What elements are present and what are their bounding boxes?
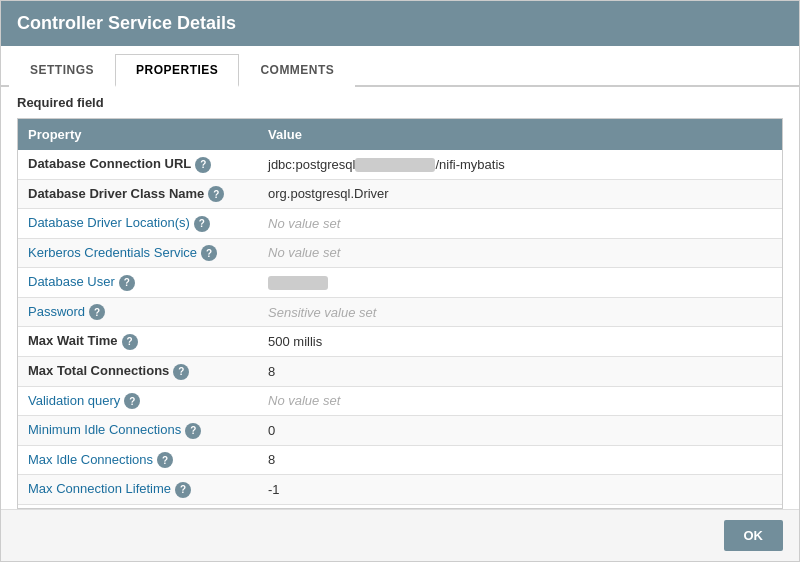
property-name: Database Connection URL xyxy=(28,156,191,171)
no-value-text: No value set xyxy=(268,245,340,260)
property-value-cell[interactable]: 8 xyxy=(258,356,782,386)
property-name-cell: Max Idle Connections? xyxy=(18,445,258,475)
table-row: Password?Sensitive value set xyxy=(18,297,782,327)
table-row: Max Wait Time?500 millis xyxy=(18,327,782,357)
property-name-cell: Validation query? xyxy=(18,386,258,416)
ok-button[interactable]: OK xyxy=(724,520,784,551)
property-value-cell[interactable] xyxy=(258,268,782,298)
property-name-cell: Database User? xyxy=(18,268,258,298)
property-name: Kerberos Credentials Service xyxy=(28,245,197,260)
property-name: Password xyxy=(28,304,85,319)
dialog-header: Controller Service Details xyxy=(1,1,799,46)
value-text: 8 xyxy=(268,452,275,467)
help-icon[interactable]: ? xyxy=(173,364,189,380)
sensitive-value-text: Sensitive value set xyxy=(268,305,376,320)
tabs-container: SETTINGS PROPERTIES COMMENTS xyxy=(1,54,799,87)
property-value-cell[interactable]: No value set xyxy=(258,209,782,239)
table-header-row: Property Value xyxy=(18,119,782,150)
no-value-text: No value set xyxy=(268,216,340,231)
blurred-url xyxy=(355,158,435,172)
value-text: 8 xyxy=(268,364,275,379)
property-value-cell[interactable]: 8 xyxy=(258,445,782,475)
table-row: Kerberos Credentials Service?No value se… xyxy=(18,238,782,268)
property-value-cell[interactable]: jdbc:postgresql /nifi-mybatis xyxy=(258,150,782,179)
property-name-cell: Minimum Idle Connections? xyxy=(18,416,258,446)
property-name: Max Wait Time xyxy=(28,333,118,348)
property-name-cell: Kerberos Credentials Service? xyxy=(18,238,258,268)
column-header-property: Property xyxy=(18,119,258,150)
property-name-cell: Max Connection Lifetime? xyxy=(18,475,258,505)
table-row: Database User? xyxy=(18,268,782,298)
help-icon[interactable]: ? xyxy=(122,334,138,350)
tab-comments[interactable]: COMMENTS xyxy=(239,54,355,87)
required-field-label: Required field xyxy=(1,87,799,118)
property-value-cell[interactable]: org.postgresql.Driver xyxy=(258,179,782,209)
table-row: Max Connection Lifetime?-1 xyxy=(18,475,782,505)
help-icon[interactable]: ? xyxy=(124,393,140,409)
property-name-cell: Database Driver Location(s)? xyxy=(18,209,258,239)
help-icon[interactable]: ? xyxy=(194,216,210,232)
property-name: Database Driver Class Name xyxy=(28,186,204,201)
tab-settings[interactable]: SETTINGS xyxy=(9,54,115,87)
value-text: 500 millis xyxy=(268,334,322,349)
table-row: Validation query?No value set xyxy=(18,386,782,416)
properties-table: Property Value Database Connection URL?j… xyxy=(18,119,782,509)
property-name: Minimum Idle Connections xyxy=(28,422,181,437)
property-name-cell: Database Driver Class Name? xyxy=(18,179,258,209)
property-name: Max Total Connections xyxy=(28,363,169,378)
property-name-cell: Password? xyxy=(18,297,258,327)
property-value-cell[interactable]: Sensitive value set xyxy=(258,297,782,327)
blurred-value xyxy=(268,276,328,290)
property-name: Database Driver Location(s) xyxy=(28,215,190,230)
help-icon[interactable]: ? xyxy=(185,423,201,439)
property-name: Database User xyxy=(28,274,115,289)
property-name: Validation query xyxy=(28,393,120,408)
property-value-cell[interactable]: No value set xyxy=(258,238,782,268)
property-value-cell[interactable]: No value set xyxy=(258,386,782,416)
table-row: Database Driver Location(s)?No value set xyxy=(18,209,782,239)
no-value-text: No value set xyxy=(268,393,340,408)
table-row: Max Total Connections?8 xyxy=(18,356,782,386)
dialog-title: Controller Service Details xyxy=(17,13,236,33)
table-row: Database Connection URL?jdbc:postgresql … xyxy=(18,150,782,179)
value-text: org.postgresql.Driver xyxy=(268,186,389,201)
properties-table-container[interactable]: Property Value Database Connection URL?j… xyxy=(17,118,783,509)
column-header-value: Value xyxy=(258,119,782,150)
property-name-cell: Max Wait Time? xyxy=(18,327,258,357)
property-value-cell[interactable]: -1 xyxy=(258,475,782,505)
property-name: Max Connection Lifetime xyxy=(28,481,171,496)
controller-service-dialog: Controller Service Details SETTINGS PROP… xyxy=(0,0,800,562)
value-text: 0 xyxy=(268,423,275,438)
tab-properties[interactable]: PROPERTIES xyxy=(115,54,239,87)
table-row: Max Idle Connections?8 xyxy=(18,445,782,475)
table-row: Database Driver Class Name?org.postgresq… xyxy=(18,179,782,209)
help-icon[interactable]: ? xyxy=(175,482,191,498)
dialog-body: SETTINGS PROPERTIES COMMENTS Required fi… xyxy=(1,46,799,509)
help-icon[interactable]: ? xyxy=(119,275,135,291)
property-name-cell: Max Total Connections? xyxy=(18,356,258,386)
table-row: Minimum Idle Connections?0 xyxy=(18,416,782,446)
property-value-cell[interactable]: 500 millis xyxy=(258,327,782,357)
property-name-cell: Database Connection URL? xyxy=(18,150,258,179)
property-value-cell[interactable]: 0 xyxy=(258,416,782,446)
help-icon[interactable]: ? xyxy=(208,186,224,202)
help-icon[interactable]: ? xyxy=(89,304,105,320)
dialog-footer: OK xyxy=(1,509,799,561)
property-name: Max Idle Connections xyxy=(28,452,153,467)
help-icon[interactable]: ? xyxy=(157,452,173,468)
value-text: -1 xyxy=(268,482,280,497)
help-icon[interactable]: ? xyxy=(201,245,217,261)
help-icon[interactable]: ? xyxy=(195,157,211,173)
